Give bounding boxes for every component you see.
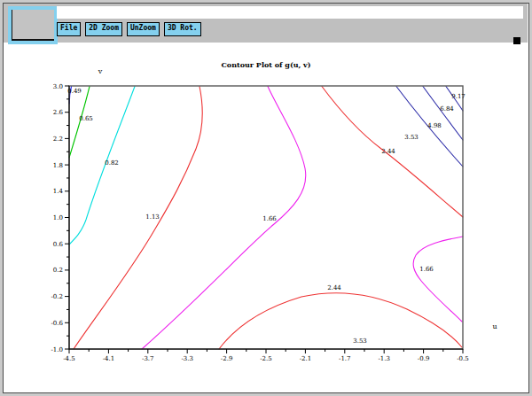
contour-label-3.53: 3.53 xyxy=(353,338,367,345)
contour-label-1.66: 1.66 xyxy=(262,215,277,222)
y-tick-label: 2.2 xyxy=(53,136,63,143)
y-tick-label: 2.6 xyxy=(53,109,64,116)
contour-label-1.13: 1.13 xyxy=(145,214,160,221)
contour-plot-svg[interactable]: -4.5-4.1-3.7-3.3-2.9-2.5-2.1-1.7-1.3-0.9… xyxy=(4,4,528,392)
contour-line-1.66 xyxy=(413,237,463,322)
contour-label-3.53: 3.53 xyxy=(404,134,419,141)
y-axis-label: v xyxy=(98,67,103,75)
contour-label-1.66: 1.66 xyxy=(419,266,434,273)
x-tick-label: -0.5 xyxy=(457,355,469,362)
x-axis-label: u xyxy=(492,322,497,330)
x-tick-label: -1.7 xyxy=(339,355,351,362)
contour-label-6.84: 6.84 xyxy=(440,105,454,113)
x-tick-label: -0.9 xyxy=(418,355,430,362)
x-tick-label: -2.1 xyxy=(300,355,312,362)
contour-line-1.13 xyxy=(74,87,202,350)
y-tick-label: -1.0 xyxy=(51,346,64,353)
plot-title: Contour Plot of g(u, v) xyxy=(222,60,311,69)
contour-label-0.49: 0.49 xyxy=(67,88,82,95)
y-tick-label: 1.0 xyxy=(53,214,63,221)
y-tick-label: -0.2 xyxy=(51,293,64,300)
x-tick-label: -4.5 xyxy=(63,355,75,362)
y-tick-label: 1.8 xyxy=(53,162,63,169)
x-tick-label: -3.7 xyxy=(142,355,154,362)
contour-label-0.65: 0.65 xyxy=(79,115,93,122)
graphics-window: File 2D Zoom UnZoom 3D Rot. -4.5-4.1-3.7… xyxy=(3,3,529,393)
contour-label-2.44: 2.44 xyxy=(381,148,395,155)
contour-line-1.66 xyxy=(142,87,306,350)
x-tick-label: -2.5 xyxy=(260,355,272,362)
y-tick-label: -0.6 xyxy=(51,320,64,327)
contour-label-4.98: 4.98 xyxy=(427,122,442,129)
contour-line-0.82 xyxy=(69,87,135,245)
contour-line-2.44 xyxy=(219,293,462,349)
x-tick-label: -4.1 xyxy=(103,355,115,362)
contour-label-0.82: 0.82 xyxy=(105,159,119,167)
x-tick-label: -3.3 xyxy=(181,355,193,362)
x-tick-label: -2.9 xyxy=(221,355,233,362)
y-tick-label: 0.2 xyxy=(53,267,63,274)
y-tick-label: 1.4 xyxy=(53,188,64,195)
contour-label-9.17: 9.17 xyxy=(451,93,466,100)
y-tick-label: 0.6 xyxy=(53,241,64,248)
x-tick-label: -1.3 xyxy=(378,355,390,362)
y-tick-label: 3.0 xyxy=(53,83,63,90)
contour-label-2.44: 2.44 xyxy=(327,284,341,291)
